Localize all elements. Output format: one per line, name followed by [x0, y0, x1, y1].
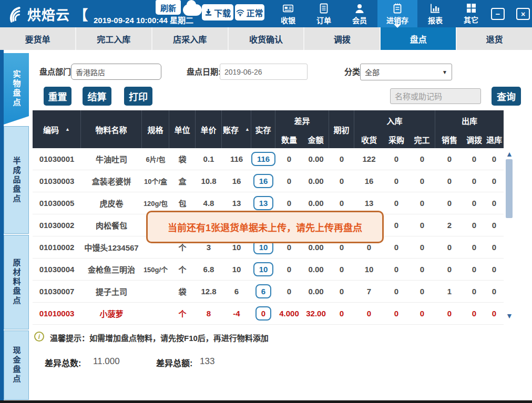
dept-input[interactable] [71, 64, 161, 80]
cell-code: 01030003 [33, 177, 81, 185]
cell-transfer: 0 [464, 309, 485, 318]
search-input[interactable] [390, 88, 481, 104]
cell-finished: 0 [409, 309, 435, 318]
actual-stock-box[interactable]: 116 [251, 152, 275, 166]
cell-code: 01010003 [33, 309, 81, 318]
refresh-button[interactable]: 刷新 [156, 0, 181, 15]
cloud-shape [183, 4, 202, 16]
actual-stock-box[interactable]: 10 [253, 262, 274, 276]
window-bottom-edge [0, 400, 532, 403]
table-row[interactable]: 01030001 牛油吐司 6片/包 袋 0.1 116 116 0 0.00 … [33, 148, 504, 170]
table-row[interactable]: 01010003 小菠萝 个 8 -4 0 4.000 32.00 0 0 0 … [33, 303, 504, 325]
close-button[interactable]: × [516, 8, 530, 20]
cell-spec: 6片/包 [142, 154, 169, 164]
cell-spec: 150g/个 [142, 264, 169, 274]
scroll-down-icon[interactable]: ▼ [505, 312, 514, 320]
subtab-transfer[interactable]: 调拨 [303, 27, 380, 50]
col-header-price: 单价 [196, 110, 222, 148]
cell-finished: 0 [409, 199, 435, 208]
scroll-up-icon[interactable]: ▲ [505, 150, 514, 158]
cell-purchase: 0 [384, 154, 409, 163]
cell-transfer: 0 [464, 154, 485, 163]
date-input[interactable] [220, 64, 308, 80]
cell-book-stock: 6 [222, 287, 251, 296]
nav-item-orders[interactable]: 订单 [306, 0, 342, 27]
col-header-diff-amount: 金额 [303, 130, 329, 148]
nav-item-other[interactable]: 其它 [453, 0, 489, 27]
subtab-store-purchase-inbound[interactable]: 店采入库 [151, 27, 228, 50]
col-header-receive: 收货 [354, 130, 384, 148]
order-document-icon [319, 3, 329, 14]
cell-return: 0 [485, 154, 504, 163]
subtab-stocktake[interactable]: 盘点 [380, 27, 456, 50]
col-header-book-stock[interactable]: 账存 ▲ [222, 110, 251, 148]
cell-book-stock: 116 [222, 154, 251, 163]
sidebar-tab-rawmaterial-stocktake[interactable]: 原材料盘点 [4, 235, 29, 329]
chevron-down-icon: ▼ [442, 69, 447, 75]
cell-diff-amount: 0.00 [303, 177, 329, 185]
cell-finished: 0 [409, 287, 435, 296]
cell-actual-stock: 6 [251, 284, 275, 298]
cell-opening: 0 [329, 243, 354, 252]
member-person-icon [354, 3, 365, 14]
cell-diff-qty: 0 [275, 154, 303, 163]
col-header-diff-qty: 数量 [275, 130, 303, 148]
cell-transfer: 0 [464, 177, 485, 185]
nav-item-members[interactable]: 会员 [342, 0, 377, 27]
sidebar-tab-physical-stocktake[interactable]: 实物盘点 [4, 53, 29, 125]
col-header-return: 退库 [485, 130, 504, 148]
table-row[interactable]: 01030004 金枪鱼三明治 150g/个 个 6.8 10 10 0 0.0… [33, 259, 504, 281]
nav-item-cashier[interactable]: 收银 [270, 0, 306, 27]
cell-unit: 包 [169, 198, 196, 209]
sidebar-tab-semifinished-stocktake[interactable]: 半成品盘点 [4, 126, 29, 234]
reset-button[interactable]: 重置 [44, 87, 71, 106]
cell-opening: 0 [329, 154, 354, 163]
sidebar-tab-cash-stocktake[interactable]: 现金盘点 [4, 330, 29, 400]
subtab-receipt-confirm[interactable]: 收货确认 [228, 27, 304, 50]
cell-receive: 0 [354, 243, 384, 252]
actual-stock-box[interactable]: 6 [255, 284, 271, 298]
sort-asc-icon[interactable]: ▲ [65, 127, 70, 132]
query-button[interactable]: 查询 [492, 87, 521, 106]
upload-warning-popup: 当前还有1张退货单据未上传，请先上传再盘点 [146, 211, 384, 243]
actual-stock-box[interactable]: 13 [253, 196, 274, 210]
subtab-returns[interactable]: 退货 [456, 27, 532, 50]
subtab-finished-inbound[interactable]: 完工入库 [75, 27, 151, 50]
scrollbar-thumb[interactable] [506, 159, 513, 218]
sidebar-edge-strip [0, 50, 4, 403]
sort-asc-icon[interactable]: ▲ [245, 127, 250, 132]
cell-finished: 0 [409, 265, 435, 274]
network-status-button[interactable]: 正常 [235, 4, 264, 20]
nav-label: 订单 [316, 15, 331, 25]
date-label: 盘点日期: [187, 64, 221, 80]
cell-opening: 0 [329, 287, 354, 296]
cell-opening: 0 [329, 199, 354, 208]
bakery-cloud-logo-icon [6, 6, 24, 23]
cell-opening: 0 [329, 309, 354, 318]
table-row[interactable]: 01030003 盒装老婆饼 10个/盒 盒 10.8 16 16 0 0.00… [33, 170, 504, 192]
minimize-button[interactable]: − [491, 8, 505, 20]
nav-item-inventory[interactable]: 进销存 [377, 0, 417, 27]
titlebar: 烘焙云 【 2019-09-24 10:00:44 星期二 刷新 下载 正常 [0, 0, 532, 27]
col-header-code[interactable]: 编码 ▲ [33, 110, 81, 148]
subtab-request-order[interactable]: 要货单 [0, 27, 75, 50]
table-header: 编码 ▲ 物料名称 规格 单位 单价 账存 ▲ 实存 差异 数量 金额 期初 入… [33, 110, 504, 148]
cell-book-stock: -4 [222, 309, 251, 318]
cell-code: 01030002 [33, 221, 81, 230]
nav-item-reports[interactable]: 报表 [417, 0, 453, 27]
download-button[interactable]: 下载 [202, 4, 233, 20]
cell-purchase: 0 [384, 309, 409, 318]
diff-total-qty-label: 差异总数: [45, 356, 81, 369]
settle-button[interactable]: 结算 [83, 87, 111, 106]
actual-stock-box[interactable]: 0 [255, 306, 271, 321]
cell-price: 4.8 [196, 199, 222, 208]
print-button[interactable]: 打印 [124, 87, 152, 106]
cell-actual-stock: 0 [251, 306, 275, 321]
wifi-icon [236, 9, 244, 16]
cell-diff-qty: 0 [275, 177, 303, 185]
cell-price: 8 [196, 309, 222, 318]
category-select[interactable]: 全部 ▼ [360, 64, 452, 80]
category-value: 全部 [365, 67, 380, 77]
actual-stock-box[interactable]: 16 [253, 174, 274, 188]
table-row[interactable]: 01030007 提子土司 袋 12.8 6 6 0 0.00 0 7 0 0 … [33, 281, 504, 303]
